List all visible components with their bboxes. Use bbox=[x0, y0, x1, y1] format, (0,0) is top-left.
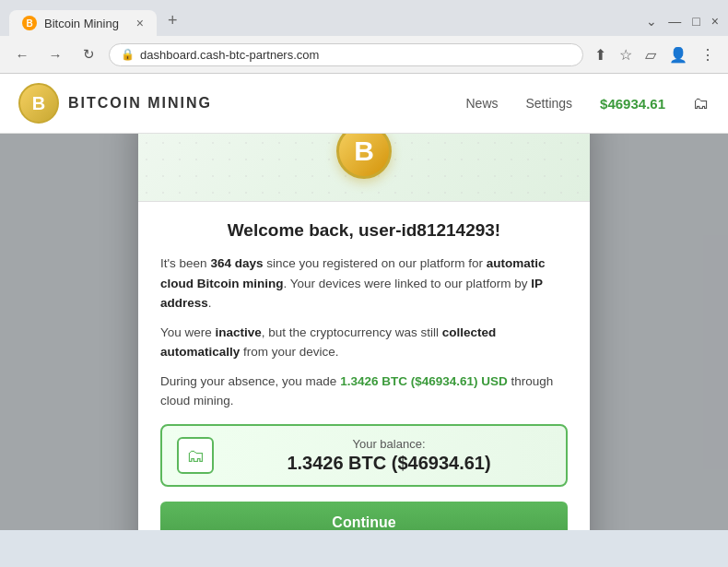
nav-settings[interactable]: Settings bbox=[526, 96, 573, 111]
tab-title: Bitcoin Mining bbox=[44, 17, 119, 30]
modal-paragraph-1: It's been 364 days since you registered … bbox=[160, 254, 568, 313]
minimize-button[interactable]: — bbox=[668, 14, 681, 29]
site-title: BITCOIN MINING bbox=[68, 95, 212, 112]
nav-news[interactable]: News bbox=[465, 96, 498, 111]
balance-label: Your balance: bbox=[227, 437, 551, 451]
welcome-modal: B Welcome back, user-id81214293! It's be… bbox=[138, 134, 590, 530]
site-header: B BITCOIN MINING News Settings $46934.61… bbox=[0, 74, 728, 134]
modal-paragraph-3: During your absence, you made 1.3426 BTC… bbox=[160, 372, 568, 411]
modal-paragraph-2: You were inactive, but the cryptocurrenc… bbox=[160, 323, 568, 362]
continue-button[interactable]: Continue bbox=[160, 502, 568, 530]
tab-close-button[interactable]: × bbox=[136, 16, 144, 30]
browser-chrome: B Bitcoin Mining × + ⌄ — □ × ← → ↻ 🔒 das… bbox=[0, 0, 728, 74]
new-tab-button[interactable]: + bbox=[157, 6, 189, 36]
split-view-icon[interactable]: ▱ bbox=[641, 42, 660, 67]
site-balance[interactable]: $46934.61 bbox=[600, 96, 665, 112]
wallet-icon: 🗂 bbox=[186, 445, 205, 467]
tab-favicon: B bbox=[22, 16, 37, 30]
url-text: dashboard.cash-btc-partners.com bbox=[140, 48, 319, 62]
site-content: BTC B Welcome back, user-id81214293! It'… bbox=[0, 134, 728, 530]
balance-amount: 1.3426 BTC ($46934.61) bbox=[227, 453, 551, 474]
modal-header: B bbox=[138, 134, 590, 202]
tabs-area: B Bitcoin Mining × + bbox=[9, 6, 189, 36]
close-window-button[interactable]: × bbox=[711, 14, 719, 29]
lock-icon: 🔒 bbox=[121, 48, 135, 61]
bookmark-icon[interactable]: ☆ bbox=[616, 42, 636, 67]
bitcoin-coin-icon: B bbox=[336, 134, 392, 179]
nav-actions: ⬆ ☆ ▱ 👤 ⋮ bbox=[591, 42, 719, 67]
profile-icon[interactable]: 👤 bbox=[665, 42, 691, 67]
refresh-button[interactable]: ↻ bbox=[76, 41, 101, 67]
address-bar[interactable]: 🔒 dashboard.cash-btc-partners.com bbox=[109, 43, 583, 66]
logo-icon: B bbox=[18, 83, 59, 124]
menu-icon[interactable]: ⋮ bbox=[697, 42, 719, 67]
modal-title: Welcome back, user-id81214293! bbox=[160, 220, 568, 241]
chevron-icon[interactable]: ⌄ bbox=[646, 14, 657, 29]
modal-overlay: B Welcome back, user-id81214293! It's be… bbox=[0, 134, 728, 530]
balance-box: 🗂 Your balance: 1.3426 BTC ($46934.61) bbox=[160, 424, 568, 487]
window-controls: ⌄ — □ × bbox=[646, 14, 719, 29]
back-button[interactable]: ← bbox=[9, 41, 35, 67]
wallet-box-icon: 🗂 bbox=[177, 437, 214, 474]
nav-bar: ← → ↻ 🔒 dashboard.cash-btc-partners.com … bbox=[0, 36, 728, 73]
wallet-icon-button[interactable]: 🗂 bbox=[693, 94, 710, 113]
modal-body: Welcome back, user-id81214293! It's been… bbox=[138, 202, 590, 530]
title-bar: B Bitcoin Mining × + ⌄ — □ × bbox=[0, 0, 728, 36]
site-nav: News Settings $46934.61 🗂 bbox=[465, 94, 710, 113]
balance-info: Your balance: 1.3426 BTC ($46934.61) bbox=[227, 437, 551, 474]
active-tab[interactable]: B Bitcoin Mining × bbox=[9, 10, 157, 36]
forward-button[interactable]: → bbox=[42, 41, 68, 67]
share-icon[interactable]: ⬆ bbox=[591, 42, 610, 67]
site-logo: B BITCOIN MINING bbox=[18, 83, 212, 124]
maximize-button[interactable]: □ bbox=[692, 14, 699, 29]
